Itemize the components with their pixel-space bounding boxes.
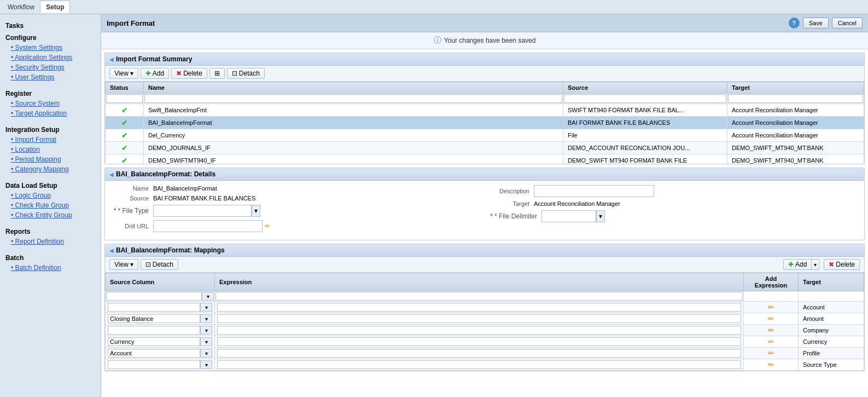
summary-row[interactable]: ✔ Swift_BalanceImpFmt SWIFT MT940 FORMAT… xyxy=(106,104,864,117)
mappings-panel-header: ◀ BAI_BalanceImpFormat: Mappings xyxy=(105,244,864,257)
sidebar-item-period-mapping[interactable]: • Period Mapping xyxy=(0,154,101,164)
mappings-add-dropdown[interactable]: ✚ Add ▾ xyxy=(783,259,819,270)
header-actions: ? Save Cancel xyxy=(789,18,863,28)
add-expr-edit-icon[interactable]: ✏ xyxy=(768,360,774,369)
expr-input[interactable] xyxy=(217,314,741,323)
source-col-input[interactable] xyxy=(108,349,200,358)
summary-row[interactable]: ✔ DEMO_SWIFTMT940_IF DEMO_SWIFT MT940 FO… xyxy=(106,154,864,164)
mappings-detach-button[interactable]: ⊡ Detach xyxy=(141,259,178,270)
source-col-dropdown[interactable]: ▾ xyxy=(200,337,212,346)
mappings-row[interactable]: ▾ ✏ Source Type xyxy=(106,359,864,371)
source-value: BAI FORMAT BANK FILE BALANCES xyxy=(153,195,255,202)
source-col-dropdown[interactable]: ▾ xyxy=(200,349,212,358)
summary-panel-header: ◀ Import Format Summary xyxy=(105,53,864,66)
source-col-input[interactable] xyxy=(108,326,200,335)
expr-input[interactable] xyxy=(217,360,741,369)
source-col-input[interactable] xyxy=(108,360,200,369)
filter-expr[interactable] xyxy=(215,292,743,301)
sidebar-item-location[interactable]: • Location xyxy=(0,145,101,154)
filedelimiter-dropdown-btn[interactable]: ▾ xyxy=(596,210,605,222)
map-expr-cell xyxy=(215,359,744,371)
sidebar-item-logic-group[interactable]: • Logic Group xyxy=(0,191,101,200)
summary-row[interactable]: ✔ BAI_BalanceImpFormat BAI FORMAT BANK F… xyxy=(106,117,864,129)
sidebar-item-check-entity-group[interactable]: • Check Entity Group xyxy=(0,210,101,220)
summary-row[interactable]: ✔ DEMO_JOURNALS_IF DEMO_ACCOUNT RECONCIL… xyxy=(106,142,864,154)
mappings-delete-button[interactable]: ✖ Delete xyxy=(824,259,860,270)
add-expr-edit-icon[interactable]: ✏ xyxy=(768,314,774,323)
summary-panel-title: Import Format Summary xyxy=(116,55,192,63)
mappings-view-button[interactable]: View ▾ xyxy=(109,259,138,270)
freeze-button[interactable]: ⊞ xyxy=(209,68,225,79)
row-target: Account Reconciliation Manager xyxy=(727,104,864,117)
add-expr-edit-icon[interactable]: ✏ xyxy=(768,337,774,346)
mappings-add-label[interactable]: ✚ Add xyxy=(784,260,812,269)
filter-source-col[interactable] xyxy=(106,292,202,301)
nav-setup[interactable]: Setup xyxy=(40,1,70,13)
sidebar-item-check-rule-group[interactable]: • Check Rule Group xyxy=(0,200,101,210)
expr-input[interactable] xyxy=(217,303,741,312)
nav-workflow[interactable]: Workflow xyxy=(2,1,40,13)
sidebar-item-source-system[interactable]: • Source System xyxy=(0,99,101,108)
expr-input[interactable] xyxy=(217,349,741,358)
source-col-input[interactable] xyxy=(108,303,200,312)
view-button[interactable]: View ▾ xyxy=(109,68,138,79)
mappings-detach-icon: ⊡ xyxy=(145,261,151,268)
mappings-row[interactable]: ▾ ✏ Amount xyxy=(106,313,864,325)
sidebar-item-app-settings[interactable]: • Application Settings xyxy=(0,53,101,62)
filedelimiter-input[interactable]: Comma xyxy=(541,210,596,222)
expr-input[interactable] xyxy=(217,337,741,346)
mappings-row[interactable]: ▾ ✏ Company xyxy=(106,325,864,336)
cancel-button[interactable]: Cancel xyxy=(832,18,863,28)
source-col-dropdown[interactable]: ▾ xyxy=(200,303,212,312)
collapse-icon[interactable]: ◀ xyxy=(109,56,114,62)
filter-status[interactable] xyxy=(106,94,143,103)
summary-toolbar: View ▾ ✚ Add ✖ Delete ⊞ ⊡ Detach xyxy=(105,66,864,82)
sidebar-item-import-format[interactable]: • Import Format xyxy=(0,135,101,145)
drillurl-input[interactable] xyxy=(153,220,263,232)
mappings-row[interactable]: ▾ ✏ Profile xyxy=(106,348,864,359)
summary-row[interactable]: ✔ Del_Currency File Account Reconciliati… xyxy=(106,129,864,142)
source-col-dropdown[interactable]: ▾ xyxy=(200,314,212,323)
filter-source[interactable] xyxy=(564,94,726,103)
sidebar-item-category-mapping[interactable]: • Category Mapping xyxy=(0,164,101,174)
source-col-dropdown[interactable]: ▾ xyxy=(200,326,212,335)
sidebar-item-user-settings[interactable]: • User Settings xyxy=(0,72,101,82)
mappings-row[interactable]: ▾ ✏ Account xyxy=(106,302,864,313)
add-button[interactable]: ✚ Add xyxy=(141,68,169,79)
filetype-dropdown-btn[interactable]: ▾ xyxy=(252,205,260,217)
description-input[interactable] xyxy=(534,185,654,197)
expr-input[interactable] xyxy=(217,326,741,335)
add-expr-edit-icon[interactable]: ✏ xyxy=(768,326,774,335)
map-col-target: Target xyxy=(799,273,864,291)
filetype-input[interactable]: Delimited - Numeric Data xyxy=(153,205,252,217)
details-panel: ◀ BAI_BalanceImpFormat: Details Name BAI… xyxy=(104,168,865,240)
source-col-input[interactable] xyxy=(108,314,200,323)
content-header: Import Format ? Save Cancel xyxy=(101,14,868,32)
details-collapse-icon[interactable]: ◀ xyxy=(109,171,114,177)
filter-target[interactable] xyxy=(728,94,863,103)
sidebar-item-report-definition[interactable]: • Report Definition xyxy=(0,237,101,246)
source-dropdown-filter[interactable]: ▾ xyxy=(202,292,214,301)
source-col-input[interactable] xyxy=(108,337,200,346)
mappings-collapse-icon[interactable]: ◀ xyxy=(109,248,114,254)
edit-drillurl-icon[interactable]: ✏ xyxy=(265,222,270,230)
sidebar-item-batch-definition[interactable]: • Batch Definition xyxy=(0,263,101,273)
configure-section: Configure • System Settings • Applicatio… xyxy=(0,31,101,82)
help-button[interactable]: ? xyxy=(789,18,800,28)
mappings-row[interactable]: ▾ ✏ Currency xyxy=(106,336,864,348)
sidebar-item-security-settings[interactable]: • Security Settings xyxy=(0,62,101,72)
filter-name[interactable] xyxy=(144,94,562,103)
mappings-add-dropdown-arrow[interactable]: ▾ xyxy=(812,261,819,269)
add-expr-edit-icon[interactable]: ✏ xyxy=(768,303,774,312)
add-expr-edit-icon[interactable]: ✏ xyxy=(768,349,774,358)
save-button[interactable]: Save xyxy=(803,18,829,28)
delete-button[interactable]: ✖ Delete xyxy=(171,68,207,79)
detach-button[interactable]: ⊡ Detach xyxy=(227,68,265,79)
details-right: Description Target Account Reconciliatio… xyxy=(490,185,860,235)
drillurl-row: Drill URL ✏ xyxy=(109,220,479,232)
top-nav: Workflow Setup xyxy=(0,0,868,14)
freeze-icon: ⊞ xyxy=(214,70,220,77)
source-col-dropdown[interactable]: ▾ xyxy=(200,360,212,369)
sidebar-item-target-application[interactable]: • Target Application xyxy=(0,108,101,118)
sidebar-item-system-settings[interactable]: • System Settings xyxy=(0,43,101,53)
